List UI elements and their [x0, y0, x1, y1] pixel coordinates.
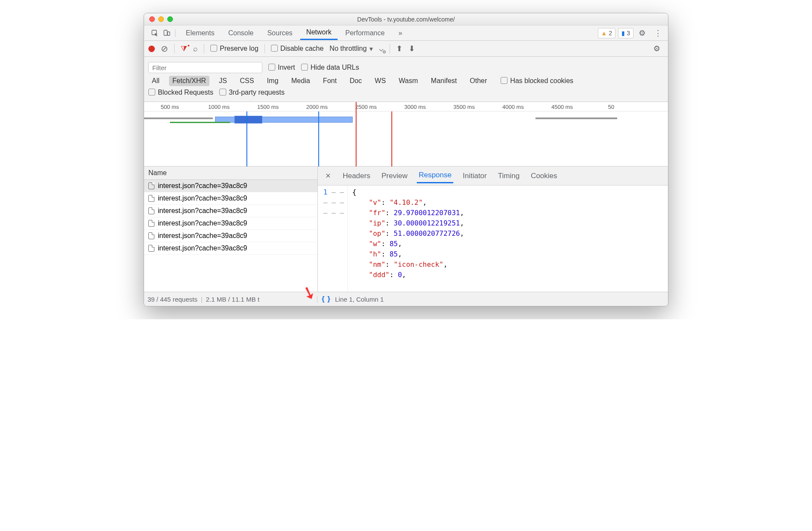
- blocked-requests-checkbox[interactable]: Blocked Requests: [148, 89, 213, 96]
- type-other[interactable]: Other: [466, 76, 490, 86]
- search-icon[interactable]: ⌕: [193, 44, 198, 53]
- preserve-log-checkbox[interactable]: Preserve log: [210, 45, 258, 52]
- type-ws[interactable]: WS: [371, 76, 389, 86]
- timeline-tick: 4500 ms: [551, 104, 573, 110]
- file-icon: [148, 232, 154, 239]
- status-transfer: 2.1 MB / 11.1 MB t: [206, 296, 259, 303]
- network-conditions-icon[interactable]: ⌵⚙: [379, 44, 384, 53]
- type-css[interactable]: CSS: [237, 76, 258, 86]
- zoom-icon[interactable]: [167, 16, 173, 22]
- request-detail-panel: × Headers Preview Response Initiator Tim…: [318, 167, 668, 292]
- devtools-window: DevTools - tv.youtube.com/welcome/ Eleme…: [144, 13, 668, 306]
- timeline-tick: 2000 ms: [306, 104, 328, 110]
- request-list-header: Name: [144, 167, 317, 180]
- request-name: interest.json?cache=39ac8c9: [158, 219, 247, 227]
- detail-tab-response[interactable]: Response: [417, 168, 453, 183]
- detail-tab-timing[interactable]: Timing: [496, 169, 521, 183]
- response-source[interactable]: 1 – – – – – – – – { "v": "4.10.2", "fr":…: [318, 185, 668, 292]
- request-row[interactable]: interest.json?cache=39ac8c9: [144, 217, 317, 230]
- record-icon[interactable]: [148, 46, 155, 52]
- filter-input[interactable]: [148, 62, 262, 73]
- messages-badge[interactable]: ▮3: [618, 28, 634, 38]
- third-party-checkbox[interactable]: 3rd-party requests: [219, 89, 285, 96]
- request-name: interest.json?cache=39ac8c9: [158, 232, 247, 240]
- timeline-overview[interactable]: 500 ms1000 ms1500 ms2000 ms2500 ms3000 m…: [144, 102, 668, 167]
- type-doc[interactable]: Doc: [346, 76, 365, 86]
- request-row[interactable]: interest.json?cache=39ac8c9: [144, 230, 317, 242]
- detail-tab-preview[interactable]: Preview: [380, 169, 409, 183]
- cursor-position: Line 1, Column 1: [335, 296, 384, 303]
- close-icon[interactable]: [149, 16, 155, 22]
- request-name: interest.json?cache=39ac8c9: [158, 244, 247, 252]
- detail-tab-initiator[interactable]: Initiator: [461, 169, 489, 183]
- type-media[interactable]: Media: [288, 76, 314, 86]
- request-name: interest.json?cache=39ac8c9: [158, 207, 247, 215]
- file-icon: [148, 195, 154, 202]
- timeline-tick: 2500 ms: [355, 104, 377, 110]
- window-title: DevTools - tv.youtube.com/welcome/: [183, 16, 629, 23]
- detail-tab-cookies[interactable]: Cookies: [529, 169, 559, 183]
- type-manifest[interactable]: Manifest: [428, 76, 460, 86]
- request-name: interest.json?cache=39ac8c9: [158, 182, 247, 190]
- request-row[interactable]: interest.json?cache=39ac8c9: [144, 180, 317, 192]
- svg-rect-1: [164, 30, 167, 35]
- minimize-icon[interactable]: [158, 16, 164, 22]
- has-blocked-cookies-checkbox[interactable]: Has blocked cookies: [501, 77, 573, 85]
- tab-network[interactable]: Network: [300, 26, 338, 40]
- file-icon: [148, 207, 154, 214]
- network-settings-icon[interactable]: ⚙: [650, 44, 664, 53]
- request-list-panel: Name interest.json?cache=39ac8c9interest…: [144, 167, 318, 292]
- type-fetch[interactable]: Fetch/XHR: [169, 76, 209, 86]
- tab-more[interactable]: »: [392, 27, 408, 40]
- file-icon: [148, 220, 154, 227]
- main-tabstrip: Elements Console Sources Network Perform…: [144, 25, 668, 41]
- request-row[interactable]: interest.json?cache=39ac8c9: [144, 205, 317, 217]
- settings-icon[interactable]: ⚙: [635, 28, 649, 38]
- titlebar: DevTools - tv.youtube.com/welcome/: [144, 13, 668, 25]
- timeline-tick: 500 ms: [161, 104, 179, 110]
- warnings-badge[interactable]: ▲2: [598, 28, 616, 38]
- type-img[interactable]: Img: [264, 76, 282, 86]
- type-all[interactable]: All: [148, 76, 163, 86]
- invert-checkbox[interactable]: Invert: [268, 64, 295, 71]
- status-requests: 39 / 445 requests: [148, 296, 197, 303]
- tab-sources[interactable]: Sources: [261, 27, 298, 40]
- pretty-print-icon[interactable]: { }: [322, 295, 331, 303]
- file-icon: [148, 182, 154, 189]
- disable-cache-checkbox[interactable]: Disable cache: [271, 45, 324, 52]
- tab-console[interactable]: Console: [222, 27, 260, 40]
- filter-bar: Invert Hide data URLs All Fetch/XHR JS C…: [144, 57, 668, 102]
- timeline-tick: 4000 ms: [502, 104, 524, 110]
- timeline-tick: 3000 ms: [404, 104, 426, 110]
- tab-elements[interactable]: Elements: [180, 27, 221, 40]
- timeline-tick: 50: [608, 104, 614, 110]
- timeline-tick: 1000 ms: [208, 104, 230, 110]
- tab-performance[interactable]: Performance: [339, 27, 391, 40]
- hide-data-urls-checkbox[interactable]: Hide data URLs: [301, 64, 359, 71]
- status-bar: 39 / 445 requests | 2.1 MB / 11.1 MB t ➘…: [144, 292, 668, 306]
- type-wasm[interactable]: Wasm: [395, 76, 421, 86]
- file-icon: [148, 245, 154, 252]
- close-detail-icon[interactable]: ×: [323, 171, 333, 181]
- traffic-lights: [144, 16, 183, 22]
- type-font[interactable]: Font: [320, 76, 340, 86]
- request-row[interactable]: interest.json?cache=39ac8c9: [144, 242, 317, 255]
- more-icon[interactable]: ⋮: [651, 28, 665, 38]
- filter-icon[interactable]: ⧩: [181, 44, 187, 53]
- inspect-icon[interactable]: [151, 29, 159, 37]
- detail-tab-headers[interactable]: Headers: [341, 169, 372, 183]
- import-icon[interactable]: ⬆: [396, 44, 403, 53]
- clear-icon[interactable]: ⊘: [161, 43, 168, 54]
- throttling-select[interactable]: No throttling▾: [329, 45, 372, 53]
- request-name: interest.json?cache=39ac8c9: [158, 194, 247, 202]
- request-detail-split: Name interest.json?cache=39ac8c9interest…: [144, 167, 668, 292]
- svg-rect-2: [168, 32, 170, 35]
- network-toolbar: ⊘ ⧩ ⌕ Preserve log Disable cache No thro…: [144, 41, 668, 57]
- request-row[interactable]: interest.json?cache=39ac8c9: [144, 192, 317, 205]
- type-js[interactable]: JS: [215, 76, 231, 86]
- device-icon[interactable]: [163, 29, 171, 37]
- export-icon[interactable]: ⬇: [409, 44, 415, 53]
- timeline-tick: 3500 ms: [453, 104, 475, 110]
- timeline-tick: 1500 ms: [257, 104, 279, 110]
